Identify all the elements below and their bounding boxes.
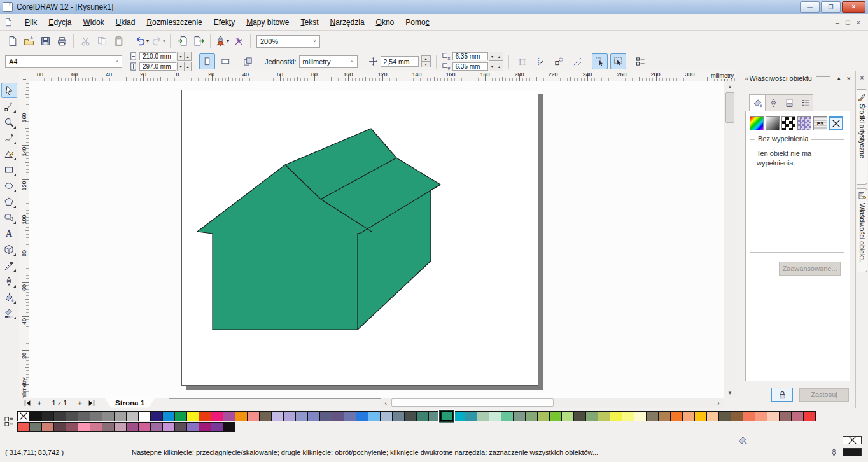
outline-tool[interactable] bbox=[1, 274, 17, 289]
palette-swatch[interactable] bbox=[694, 411, 707, 421]
house-drawing[interactable] bbox=[29, 81, 724, 398]
apply-button[interactable]: Zastosuj bbox=[799, 388, 849, 402]
all-pages-button[interactable] bbox=[240, 53, 256, 69]
marquee-select-button[interactable] bbox=[610, 53, 626, 69]
smart-drawing-tool[interactable] bbox=[1, 146, 17, 162]
first-page-icon[interactable] bbox=[23, 399, 32, 407]
duplicate-y-spinner[interactable]: ▾▴ bbox=[489, 62, 503, 71]
palette-swatch[interactable] bbox=[513, 411, 526, 421]
palette-swatch[interactable] bbox=[271, 411, 284, 421]
palette-swatch[interactable] bbox=[731, 411, 743, 421]
menu-uklad[interactable]: Układ bbox=[110, 15, 141, 29]
palette-swatch[interactable] bbox=[332, 411, 344, 421]
corel-online-button[interactable] bbox=[230, 33, 247, 50]
palette-swatch[interactable] bbox=[465, 411, 477, 421]
treat-as-filled-button[interactable] bbox=[592, 53, 608, 69]
print-button[interactable] bbox=[53, 33, 70, 50]
menu-mapy-bitowe[interactable]: Mapy bitowe bbox=[241, 15, 295, 29]
drawing-canvas[interactable] bbox=[29, 81, 724, 398]
palette-swatch[interactable] bbox=[779, 411, 792, 421]
vertical-scroll-thumb[interactable] bbox=[725, 92, 734, 123]
palette-swatch[interactable] bbox=[658, 411, 671, 421]
palette-swatch[interactable] bbox=[66, 411, 78, 421]
palette-swatch[interactable] bbox=[283, 411, 296, 421]
side-tab-srodki-artystyczne[interactable]: Środki artystyczne bbox=[857, 89, 867, 185]
docker-splitter[interactable] bbox=[736, 71, 741, 408]
polygon-tool[interactable] bbox=[1, 194, 17, 209]
horizontal-scrollbar[interactable]: ‹ › bbox=[381, 398, 724, 408]
palette-swatch[interactable] bbox=[90, 411, 102, 421]
menu-plik[interactable]: Plik bbox=[19, 15, 43, 29]
snap-to-objects-button[interactable] bbox=[551, 53, 567, 69]
snap-to-grid-button[interactable] bbox=[514, 53, 530, 69]
menu-rozmieszczenie[interactable]: Rozmieszczenie bbox=[141, 15, 207, 29]
palette-swatch[interactable] bbox=[66, 422, 78, 432]
interactive-blend-tool[interactable] bbox=[1, 242, 17, 257]
palette-swatch[interactable] bbox=[392, 411, 405, 421]
nudge-spinner[interactable]: ▴▾ bbox=[421, 56, 431, 67]
text-tool[interactable]: A bbox=[1, 226, 17, 241]
palette-swatch[interactable] bbox=[743, 411, 755, 421]
palette-swatch[interactable] bbox=[573, 411, 586, 421]
palette-swatch[interactable] bbox=[439, 410, 454, 423]
palette-swatch[interactable] bbox=[211, 411, 223, 421]
scroll-right-icon[interactable]: › bbox=[713, 398, 724, 408]
ellipse-tool[interactable] bbox=[1, 178, 17, 193]
options-list-button[interactable] bbox=[633, 53, 648, 69]
texture-fill-button[interactable] bbox=[797, 116, 811, 130]
paper-type-combo[interactable]: A4 ˅ bbox=[5, 55, 122, 68]
palette-swatch[interactable] bbox=[223, 422, 235, 432]
palette-swatch[interactable] bbox=[211, 422, 223, 432]
palette-swatch[interactable] bbox=[634, 411, 647, 421]
no-color-swatch[interactable] bbox=[17, 411, 30, 421]
rectangle-tool[interactable] bbox=[1, 162, 17, 178]
menu-pomoc[interactable]: Pomoc bbox=[400, 15, 435, 29]
palette-swatch[interactable] bbox=[670, 411, 683, 421]
paper-width-field[interactable]: 210.0 mm bbox=[139, 52, 176, 60]
doc-minimize-icon[interactable]: – bbox=[836, 18, 839, 26]
save-floppy-button[interactable] bbox=[37, 33, 53, 50]
side-tab-wlasciwosci-obiektu[interactable]: Właściwości obiektu bbox=[857, 188, 867, 272]
menu-narzedzia[interactable]: Narzędzia bbox=[325, 15, 370, 29]
pattern-fill-button[interactable] bbox=[781, 116, 795, 130]
palette-swatch[interactable] bbox=[90, 422, 102, 432]
ruler-origin-button[interactable] bbox=[19, 71, 29, 81]
palette-swatch[interactable] bbox=[549, 411, 562, 421]
palette-swatch[interactable] bbox=[682, 411, 695, 421]
basic-shapes-tool[interactable] bbox=[1, 210, 17, 225]
dynamic-guides-button[interactable] bbox=[570, 53, 585, 69]
fill-tool[interactable] bbox=[1, 290, 17, 305]
palette-swatch[interactable] bbox=[78, 422, 90, 432]
freehand-tool[interactable] bbox=[1, 130, 17, 146]
palette-swatch[interactable] bbox=[610, 411, 622, 421]
palette-swatch[interactable] bbox=[102, 411, 115, 421]
docker-collapse-icon[interactable]: ▲ bbox=[835, 75, 843, 81]
palette-swatch[interactable] bbox=[598, 411, 610, 421]
docker-undock-icon[interactable]: » bbox=[745, 75, 747, 82]
palette-swatch[interactable] bbox=[186, 422, 199, 432]
no-fill-button[interactable] bbox=[829, 116, 843, 130]
interactive-fill-tool[interactable] bbox=[1, 305, 17, 321]
palette-swatch[interactable] bbox=[162, 422, 175, 432]
paste-clipboard-button[interactable] bbox=[110, 33, 127, 50]
vertical-scrollbar[interactable]: ▲ ▼ bbox=[724, 81, 736, 398]
fountain-fill-button[interactable] bbox=[766, 116, 780, 130]
docker-tab-pen-small[interactable] bbox=[765, 94, 781, 111]
palette-swatch[interactable] bbox=[477, 411, 489, 421]
palette-swatch[interactable] bbox=[489, 411, 501, 421]
paper-width-spinner[interactable]: ▾▴ bbox=[178, 52, 192, 61]
docker-close-icon[interactable]: × bbox=[846, 74, 852, 82]
palette-swatch[interactable] bbox=[126, 411, 139, 421]
palette-swatch[interactable] bbox=[803, 411, 816, 421]
palette-swatch[interactable] bbox=[646, 411, 659, 421]
palette-swatch[interactable] bbox=[416, 411, 429, 421]
docker-tab-list-small[interactable] bbox=[797, 94, 813, 111]
palette-swatch[interactable] bbox=[767, 411, 780, 421]
palette-swatch[interactable] bbox=[199, 411, 211, 421]
palette-swatch[interactable] bbox=[452, 411, 465, 421]
undo-arrow-button[interactable]: ▾ bbox=[134, 33, 150, 50]
snap-to-guidelines-button[interactable] bbox=[533, 53, 549, 69]
docker-tab-page-small[interactable] bbox=[781, 94, 797, 111]
palette-swatch[interactable] bbox=[126, 422, 139, 432]
palette-swatch[interactable] bbox=[247, 411, 260, 421]
